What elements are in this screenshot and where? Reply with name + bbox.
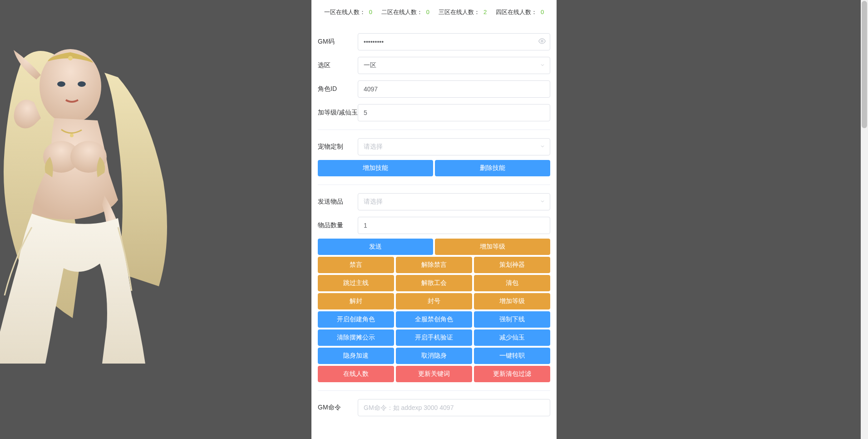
disband-guild-button[interactable]: 解散工会 bbox=[396, 275, 472, 291]
ban-button[interactable]: 封号 bbox=[396, 293, 472, 309]
send-item-select[interactable]: 请选择 bbox=[358, 193, 550, 210]
role-id-input[interactable] bbox=[358, 80, 550, 98]
item-count-input[interactable] bbox=[358, 217, 550, 234]
svg-point-4 bbox=[70, 141, 107, 173]
divider bbox=[318, 390, 550, 391]
add-skill-button[interactable]: 增加技能 bbox=[318, 160, 433, 176]
scrollbar-thumb[interactable] bbox=[862, 1, 867, 128]
character-illustration bbox=[0, 23, 182, 364]
divider bbox=[318, 130, 550, 130]
disable-create-role-button[interactable]: 全服禁创角色 bbox=[396, 311, 472, 328]
chevron-down-icon bbox=[540, 143, 545, 150]
scrollbar-track[interactable] bbox=[861, 0, 868, 439]
level-input[interactable] bbox=[358, 104, 550, 121]
one-key-transfer-button[interactable]: 一键转职 bbox=[474, 348, 550, 364]
svg-point-1 bbox=[57, 81, 65, 87]
zone3-count: 2 bbox=[483, 9, 487, 15]
enable-phone-verify-button[interactable]: 开启手机验证 bbox=[396, 329, 472, 346]
zone2-count: 0 bbox=[426, 9, 429, 15]
chevron-down-icon bbox=[540, 62, 545, 69]
zone-select[interactable]: 一区 bbox=[358, 57, 550, 74]
zone1-count: 0 bbox=[369, 9, 372, 15]
level-label: 加等级/减仙玉 bbox=[318, 109, 358, 117]
zone3-label: 三区在线人数： bbox=[439, 9, 480, 15]
pet-custom-label: 宠物定制 bbox=[318, 143, 358, 151]
zone1-label: 一区在线人数： bbox=[324, 9, 365, 15]
unmute-button[interactable]: 解除禁言 bbox=[396, 257, 472, 273]
online-count-button[interactable]: 在线人数 bbox=[318, 366, 394, 382]
gm-cmd-input[interactable] bbox=[358, 399, 550, 416]
svg-point-5 bbox=[68, 56, 73, 60]
zone2-label: 二区在线人数： bbox=[381, 9, 423, 15]
svg-point-7 bbox=[541, 40, 543, 42]
zone4-count: 0 bbox=[541, 9, 544, 15]
cancel-stealth-button[interactable]: 取消隐身 bbox=[396, 348, 472, 364]
designer-artifact-button[interactable]: 策划神器 bbox=[474, 257, 550, 273]
gm-code-label: GM码 bbox=[318, 38, 358, 46]
role-id-label: 角色ID bbox=[318, 85, 358, 93]
admin-panel: 一区在线人数：0 二区在线人数：0 三区在线人数：2 四区在线人数：0 GM码 … bbox=[311, 0, 557, 439]
zone-label: 选区 bbox=[318, 61, 358, 70]
divider bbox=[318, 185, 550, 185]
svg-point-2 bbox=[78, 81, 86, 87]
stealth-speed-button[interactable]: 隐身加速 bbox=[318, 348, 394, 364]
clear-bag-button[interactable]: 清包 bbox=[474, 275, 550, 291]
force-offline-button[interactable]: 强制下线 bbox=[474, 311, 550, 328]
delete-skill-button[interactable]: 删除技能 bbox=[435, 160, 550, 176]
chevron-down-icon bbox=[540, 198, 545, 205]
send-button[interactable]: 发送 bbox=[318, 239, 433, 255]
skip-main-button[interactable]: 跳过主线 bbox=[318, 275, 394, 291]
pet-custom-select[interactable]: 请选择 bbox=[358, 138, 550, 155]
update-keywords-button[interactable]: 更新关键词 bbox=[396, 366, 472, 382]
send-item-label: 发送物品 bbox=[318, 198, 358, 206]
enable-create-role-button[interactable]: 开启创建角色 bbox=[318, 311, 394, 328]
gm-cmd-label: GM命令 bbox=[318, 404, 358, 412]
gm-code-input[interactable] bbox=[358, 33, 550, 50]
unban-button[interactable]: 解封 bbox=[318, 293, 394, 309]
increase-level2-button[interactable]: 增加等级 bbox=[474, 293, 550, 309]
mute-button[interactable]: 禁言 bbox=[318, 257, 394, 273]
zone4-label: 四区在线人数： bbox=[496, 9, 537, 15]
clear-stall-notice-button[interactable]: 清除摆摊公示 bbox=[318, 329, 394, 346]
reduce-xianyu-button[interactable]: 减少仙玉 bbox=[474, 329, 550, 346]
svg-point-0 bbox=[39, 49, 101, 124]
increase-level-button[interactable]: 增加等级 bbox=[435, 239, 550, 255]
eye-icon[interactable] bbox=[538, 38, 546, 46]
item-count-label: 物品数量 bbox=[318, 221, 358, 229]
update-clearbag-filter-button[interactable]: 更新清包过滤 bbox=[474, 366, 550, 382]
online-stats-bar: 一区在线人数：0 二区在线人数：0 三区在线人数：2 四区在线人数：0 bbox=[311, 0, 557, 25]
svg-point-6 bbox=[70, 134, 74, 137]
svg-point-3 bbox=[43, 141, 79, 173]
